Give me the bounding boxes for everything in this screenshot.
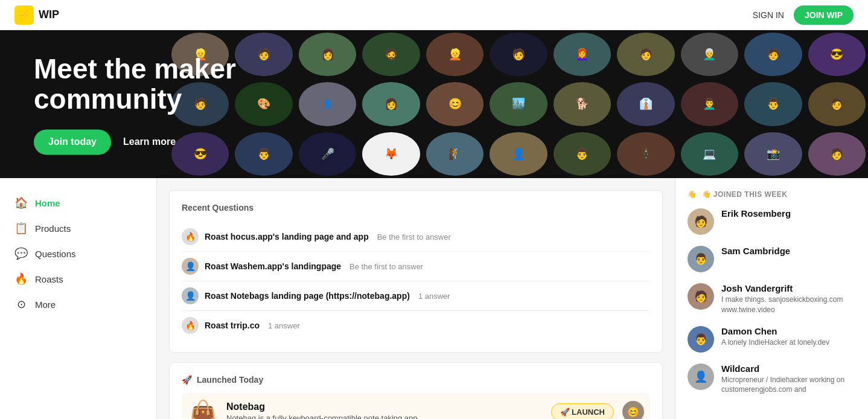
topnav-actions: SIGN IN JOIN WIP xyxy=(753,5,854,25)
rocket-icon: 🚀 xyxy=(182,375,192,385)
member-info: Erik Rosemberg xyxy=(721,208,791,219)
launched-title: Launched Today xyxy=(197,375,263,385)
member-name: Sam Cambridge xyxy=(721,246,790,256)
recent-questions-title: Recent Questions xyxy=(182,203,650,213)
member-item-erik[interactable]: 🧑 Erik Rosemberg xyxy=(688,208,856,235)
member-name: Damon Chen xyxy=(721,326,829,336)
member-info: Josh Vandergrift I make things. sanjosek… xyxy=(721,283,856,315)
avatar-cell: 🧑 xyxy=(744,33,802,76)
member-name: Erik Rosemberg xyxy=(721,208,791,219)
member-avatar: 👨 xyxy=(688,326,714,353)
recent-questions-card: Recent Questions 🔥 Roast hocus.app's lan… xyxy=(169,190,663,353)
launch-badge[interactable]: 🚀 LAUNCH xyxy=(551,403,614,420)
avatar-cell: 🧑 xyxy=(235,33,292,76)
logo-icon: ⚡ xyxy=(14,5,34,25)
avatar-cell: 👱 xyxy=(426,33,483,76)
avatar-cell: 🧑 xyxy=(617,33,674,76)
member-item-sam[interactable]: 👨 Sam Cambridge xyxy=(688,246,856,272)
sidebar-item-home[interactable]: 🏠 Home xyxy=(0,190,156,216)
question-sub: 1 answer xyxy=(268,321,300,330)
joined-header: 👋 👋 JOINED THIS WEEK xyxy=(688,190,856,199)
main-layout: 🏠 Home 📋 Products 💬 Questions 🔥 Roasts ⊙… xyxy=(0,178,868,419)
avatar-cell: 🦊 xyxy=(362,132,420,176)
member-info: Sam Cambridge xyxy=(721,246,790,256)
question-item[interactable]: 🔥 Roast trrip.co 1 answer xyxy=(182,311,650,340)
avatar-cell: 🎤 xyxy=(299,132,356,176)
question-item[interactable]: 👤 Roast Washem.app's landingpage Be the … xyxy=(182,252,650,281)
question-avatar: 🔥 xyxy=(182,317,199,334)
member-item-wildcard[interactable]: 👤 Wildcard Micropreneur / Indiehacker wo… xyxy=(688,363,856,395)
product-name: Notebag xyxy=(226,401,543,412)
joined-title: 👋 JOINED THIS WEEK xyxy=(702,190,788,199)
avatar-cell: 🎨 xyxy=(235,82,292,126)
member-item-damon[interactable]: 👨 Damon Chen A lonely IndieHacker at lon… xyxy=(688,326,856,353)
avatar-cell: 👩‍🦰 xyxy=(554,33,611,76)
avatar-cell: 👨‍🦳 xyxy=(681,33,738,76)
avatar-cell: 📸 xyxy=(744,132,802,176)
avatar-cell: 👤 xyxy=(299,82,356,126)
product-desc: Notebag is a fully keyboard-compatible n… xyxy=(226,414,543,420)
question-avatar: 👤 xyxy=(182,258,199,275)
member-item-josh[interactable]: 🧑 Josh Vandergrift I make things. sanjos… xyxy=(688,283,856,315)
sidebar-label-questions: Questions xyxy=(35,249,76,259)
avatar-cell: 👨 xyxy=(554,132,611,176)
question-item[interactable]: 👤 Roast Notebags landing page (https://n… xyxy=(182,281,650,311)
member-avatar: 👤 xyxy=(688,363,714,390)
product-emoji: 👜 xyxy=(188,399,218,419)
sidebar-label-home: Home xyxy=(35,198,60,208)
avatar-cell: 🧑 xyxy=(808,82,866,126)
member-bio: A lonely IndieHacker at lonely.dev xyxy=(721,337,829,348)
questions-icon: 💬 xyxy=(14,247,28,260)
question-item[interactable]: 🔥 Roast hocus.app's landing page and app… xyxy=(182,222,650,252)
avatar-cell: 😊 xyxy=(426,82,483,126)
avatar-cell: 😎 xyxy=(808,33,866,76)
main-content: Recent Questions 🔥 Roast hocus.app's lan… xyxy=(157,178,675,419)
member-avatar: 🧑 xyxy=(688,208,714,235)
avatar-cell: 👨 xyxy=(235,132,292,176)
join-wip-button[interactable]: JOIN WIP xyxy=(794,5,854,25)
roasts-icon: 🔥 xyxy=(14,272,28,286)
join-today-button[interactable]: Join today xyxy=(34,129,111,155)
member-info: Damon Chen A lonely IndieHacker at lonel… xyxy=(721,326,829,348)
avatar-cell: 💻 xyxy=(681,132,738,176)
question-sub: 1 answer xyxy=(418,292,450,301)
member-name: Josh Vandergrift xyxy=(721,283,856,293)
hero-title: Meet the maker community xyxy=(34,54,236,115)
member-name: Wildcard xyxy=(721,363,856,374)
sidebar-item-roasts[interactable]: 🔥 Roasts xyxy=(0,266,156,292)
sidebar-item-more[interactable]: ⊙ More xyxy=(0,292,156,317)
question-avatar: 🔥 xyxy=(182,228,199,245)
avatar-cell: 👨‍🦱 xyxy=(681,82,738,126)
hero-content: Meet the maker community Join today Lear… xyxy=(34,54,236,155)
top-navigation: ⚡ WIP SIGN IN JOIN WIP xyxy=(0,0,868,30)
avatar-cell: 🧑 xyxy=(808,132,866,176)
products-icon: 📋 xyxy=(14,222,28,235)
learn-more-link[interactable]: Learn more xyxy=(123,136,176,147)
sidebar-item-products[interactable]: 📋 Products xyxy=(0,216,156,241)
sidebar: 🏠 Home 📋 Products 💬 Questions 🔥 Roasts ⊙… xyxy=(0,178,157,419)
question-avatar: 👤 xyxy=(182,287,199,304)
avatar-cell: 👨 xyxy=(744,82,802,126)
avatar-cell: 🧗 xyxy=(426,132,483,176)
question-text: Roast Notebags landing page (https://not… xyxy=(205,291,410,301)
avatar-cell: 👤 xyxy=(490,132,547,176)
question-sub: Be the first to answer xyxy=(349,262,423,271)
product-item[interactable]: 👜 Notebag Notebag is a fully keyboard-co… xyxy=(182,393,650,419)
question-text: Roast hocus.app's landing page and app xyxy=(205,232,369,241)
sidebar-label-roasts: Roasts xyxy=(35,274,63,284)
logo-text: WIP xyxy=(39,8,59,21)
home-icon: 🏠 xyxy=(14,196,28,210)
launched-today-card: 🚀 Launched Today 👜 Notebag Notebag is a … xyxy=(169,362,663,419)
avatar-cell: 🐕 xyxy=(554,82,611,126)
logo[interactable]: ⚡ WIP xyxy=(14,5,59,25)
hero-banner: Meet the maker community Join today Lear… xyxy=(0,30,868,178)
sidebar-label-products: Products xyxy=(35,223,71,234)
hero-avatar-grid: 👱 🧑 👩 🧔 👱 🧑 👩‍🦰 🧑 👨‍🦳 🧑 😎 🧑 🎨 👤 👩 😊 🏙️ 🐕… xyxy=(169,30,868,178)
sign-in-button[interactable]: SIGN IN xyxy=(753,10,784,20)
sidebar-item-questions[interactable]: 💬 Questions xyxy=(0,241,156,266)
sidebar-label-more: More xyxy=(35,299,56,310)
member-bio: Micropreneur / Indiehacker working on cu… xyxy=(721,375,856,395)
member-avatar: 🧑 xyxy=(688,283,714,310)
product-info: Notebag Notebag is a fully keyboard-comp… xyxy=(226,401,543,420)
avatar-cell: 🕴️ xyxy=(617,132,674,176)
